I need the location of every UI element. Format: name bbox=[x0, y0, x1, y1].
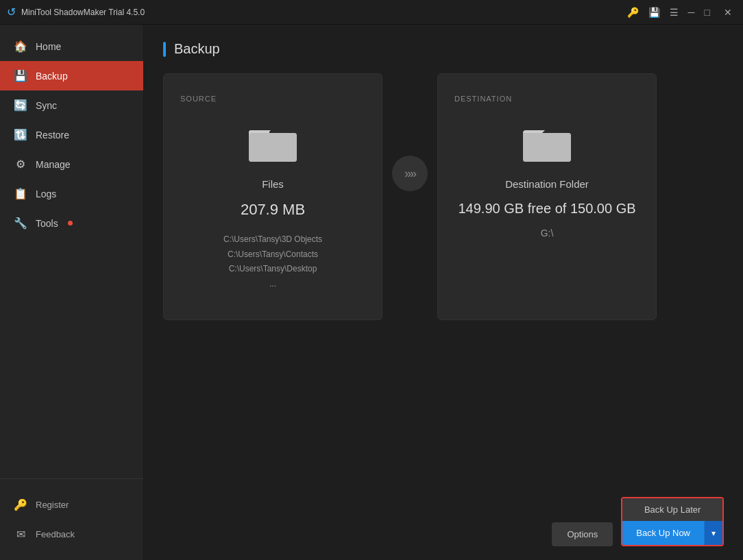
tools-icon: 🔧 bbox=[14, 217, 27, 230]
source-path-3: C:\Users\Tansy\Desktop bbox=[223, 262, 322, 277]
sidebar-item-label-restore: Restore bbox=[36, 130, 69, 141]
sidebar-item-label-logs: Logs bbox=[36, 188, 56, 199]
source-path-more: ... bbox=[223, 277, 322, 292]
sidebar-item-label-sync: Sync bbox=[36, 100, 57, 111]
close-button[interactable]: ✕ bbox=[720, 5, 736, 19]
page-title-area: Backup bbox=[163, 41, 724, 57]
sidebar-item-register[interactable]: 🔑 Register bbox=[0, 490, 143, 520]
svg-rect-4 bbox=[523, 133, 571, 162]
source-card-paths: C:\Users\Tansy\3D Objects C:\Users\Tansy… bbox=[223, 232, 322, 291]
source-card-label: SOURCE bbox=[180, 95, 217, 103]
source-path-1: C:\Users\Tansy\3D Objects bbox=[223, 232, 322, 247]
sidebar-item-backup[interactable]: 💾 Backup bbox=[0, 61, 143, 90]
sidebar-item-logs[interactable]: 📋 Logs bbox=[0, 179, 143, 208]
source-path-2: C:\Users\Tansy\Contacts bbox=[223, 247, 322, 263]
manage-icon: ⚙ bbox=[14, 158, 27, 171]
sidebar-item-label-manage: Manage bbox=[36, 159, 71, 170]
svg-rect-2 bbox=[249, 133, 297, 162]
sidebar: 🏠 Home 💾 Backup 🔄 Sync 🔃 Restore ⚙ Manag… bbox=[0, 25, 144, 560]
sidebar-item-label-tools: Tools bbox=[36, 218, 58, 229]
sidebar-item-sync[interactable]: 🔄 Sync bbox=[0, 90, 143, 120]
sidebar-item-manage[interactable]: ⚙ Manage bbox=[0, 149, 143, 179]
home-icon: 🏠 bbox=[14, 40, 27, 53]
sidebar-item-label-backup: Backup bbox=[36, 71, 68, 82]
destination-card[interactable]: DESTINATION Destination Folder 149.90 GB… bbox=[437, 73, 657, 320]
key-icon[interactable]: 🔑 bbox=[627, 7, 639, 18]
dest-card-type: Destination Folder bbox=[505, 178, 589, 190]
back-up-now-button[interactable]: Back Up Now bbox=[622, 521, 704, 545]
back-up-now-dropdown-button[interactable]: ▾ bbox=[704, 521, 722, 545]
title-accent-bar bbox=[163, 42, 166, 57]
title-bar: ↺ MiniTool ShadowMaker Trial 4.5.0 🔑 💾 ☰… bbox=[0, 0, 743, 25]
arrow-icon: »» bbox=[392, 156, 428, 191]
backup-now-group: Back Up Later Back Up Now ▾ bbox=[621, 497, 724, 546]
sidebar-item-home[interactable]: 🏠 Home bbox=[0, 32, 143, 61]
options-button[interactable]: Options bbox=[552, 522, 613, 546]
sidebar-item-feedback[interactable]: ✉ Feedback bbox=[0, 520, 143, 549]
back-up-now-row: Back Up Now ▾ bbox=[622, 521, 722, 545]
source-card-type: Files bbox=[262, 178, 284, 190]
page-title: Backup bbox=[174, 41, 220, 57]
sync-icon: 🔄 bbox=[14, 99, 27, 112]
feedback-icon: ✉ bbox=[14, 528, 27, 541]
app-title: MiniTool ShadowMaker Trial 4.5.0 bbox=[21, 8, 627, 17]
restore-icon: 🔃 bbox=[14, 128, 27, 141]
sidebar-item-label-home: Home bbox=[36, 41, 61, 52]
source-card[interactable]: SOURCE Files 207.9 MB C:\Users\Tansy\3D … bbox=[163, 73, 382, 320]
source-card-size: 207.9 MB bbox=[241, 201, 305, 219]
tools-notification-dot bbox=[68, 221, 73, 226]
dest-card-label: DESTINATION bbox=[454, 95, 512, 103]
sidebar-item-label-register: Register bbox=[36, 500, 69, 510]
sidebar-item-restore[interactable]: 🔃 Restore bbox=[0, 120, 143, 149]
sidebar-nav: 🏠 Home 💾 Backup 🔄 Sync 🔃 Restore ⚙ Manag… bbox=[0, 25, 143, 478]
menu-icon[interactable]: ☰ bbox=[670, 7, 679, 18]
bottom-bar: Options Back Up Later Back Up Now ▾ bbox=[163, 486, 724, 546]
dest-folder-icon bbox=[523, 123, 571, 165]
title-bar-controls: 🔑 💾 ☰ ─ □ ✕ bbox=[627, 5, 736, 19]
maximize-button[interactable]: □ bbox=[705, 7, 710, 18]
dest-card-drive: G:\ bbox=[541, 228, 554, 239]
sidebar-bottom: 🔑 Register ✉ Feedback bbox=[0, 478, 143, 560]
content-area: Backup SOURCE Files 207.9 MB bbox=[144, 25, 743, 560]
minimize-button[interactable]: ─ bbox=[688, 7, 695, 18]
back-up-later-button[interactable]: Back Up Later bbox=[622, 498, 722, 521]
app-logo-icon: ↺ bbox=[7, 5, 16, 19]
logs-icon: 📋 bbox=[14, 187, 27, 200]
main-layout: 🏠 Home 💾 Backup 🔄 Sync 🔃 Restore ⚙ Manag… bbox=[0, 25, 743, 560]
dest-card-free: 149.90 GB free of 150.00 GB bbox=[458, 201, 635, 217]
save-icon[interactable]: 💾 bbox=[648, 7, 660, 18]
source-folder-icon bbox=[249, 123, 297, 165]
sidebar-item-tools[interactable]: 🔧 Tools bbox=[0, 208, 143, 238]
sidebar-item-label-feedback: Feedback bbox=[36, 529, 75, 539]
arrow-area: »» bbox=[382, 73, 437, 191]
backup-icon: 💾 bbox=[14, 69, 27, 82]
backup-cards-area: SOURCE Files 207.9 MB C:\Users\Tansy\3D … bbox=[163, 73, 724, 486]
register-icon: 🔑 bbox=[14, 498, 27, 511]
